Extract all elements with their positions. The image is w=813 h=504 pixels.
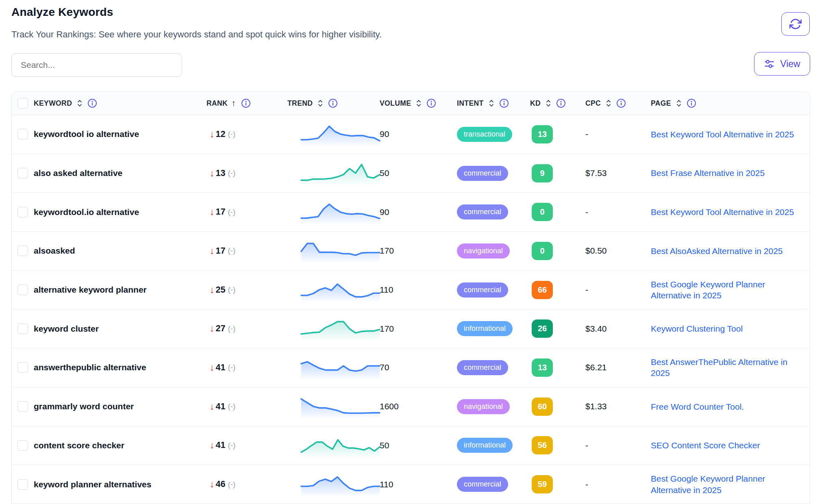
search-input[interactable] bbox=[11, 53, 182, 77]
table-row: also asked alternative ↓ 13 (-) 50 comme… bbox=[12, 154, 810, 193]
cpc-value: - bbox=[585, 129, 588, 139]
intent-badge: commercial bbox=[457, 477, 508, 492]
column-label[interactable]: KD bbox=[530, 99, 541, 108]
info-icon[interactable] bbox=[499, 98, 509, 108]
trend-sparkline bbox=[300, 239, 380, 263]
row-checkbox[interactable] bbox=[17, 401, 28, 412]
page-link[interactable]: SEO Content Score Checker bbox=[651, 440, 770, 451]
trend-sparkline bbox=[300, 278, 380, 302]
cpc-value: $6.21 bbox=[585, 363, 607, 372]
table-row: alternative keyword planner ↓ 25 (-) 110… bbox=[12, 271, 810, 310]
volume-value: 170 bbox=[380, 246, 394, 255]
sort-asc-icon[interactable]: ↑ bbox=[231, 98, 236, 108]
volume-value: 170 bbox=[380, 324, 394, 333]
keywords-table: KEYWORD RANK ↑ TREND VOLUME INTENT KD CP… bbox=[11, 91, 810, 504]
trend-sparkline bbox=[300, 395, 380, 418]
row-checkbox[interactable] bbox=[17, 324, 28, 334]
kd-badge: 66 bbox=[532, 281, 553, 299]
column-label[interactable]: VOLUME bbox=[380, 99, 411, 108]
column-header-rank: RANK ↑ bbox=[207, 98, 287, 108]
sort-icon[interactable] bbox=[546, 99, 551, 108]
trend-sparkline bbox=[300, 161, 380, 185]
column-header-intent: INTENT bbox=[457, 98, 530, 108]
page-link[interactable]: Best Google Keyword Planner Alternative … bbox=[651, 279, 810, 301]
column-header-kd: KD bbox=[530, 98, 585, 108]
table-row: grammarly word counter ↓ 41 (-) 1600 nav… bbox=[12, 387, 810, 426]
info-icon[interactable] bbox=[241, 98, 251, 108]
column-label[interactable]: RANK bbox=[207, 99, 228, 108]
table-row: content score checker ↓ 41 (-) 50 inform… bbox=[12, 426, 810, 465]
info-icon[interactable] bbox=[616, 98, 626, 108]
rank-change: (-) bbox=[228, 363, 235, 372]
rank-down-arrow-icon: ↓ bbox=[210, 440, 215, 451]
sort-icon[interactable] bbox=[676, 99, 681, 108]
column-label[interactable]: PAGE bbox=[651, 99, 671, 108]
rank-down-arrow-icon: ↓ bbox=[210, 129, 215, 140]
info-icon[interactable] bbox=[687, 98, 696, 108]
column-header-page: PAGE bbox=[651, 98, 810, 108]
row-checkbox[interactable] bbox=[17, 168, 28, 178]
table-row: answerthepublic alternative ↓ 41 (-) 70 … bbox=[12, 348, 810, 387]
rank-value: 46 bbox=[216, 479, 226, 489]
keyword-text: grammarly word counter bbox=[34, 402, 134, 411]
intent-badge: commercial bbox=[457, 204, 508, 219]
table-row: keyword cluster ↓ 27 (-) 170 information… bbox=[12, 309, 810, 348]
sort-icon[interactable] bbox=[77, 99, 82, 108]
rank-change: (-) bbox=[228, 246, 235, 255]
column-label[interactable]: KEYWORD bbox=[34, 99, 72, 108]
info-icon[interactable] bbox=[556, 98, 566, 108]
rank-change: (-) bbox=[228, 285, 235, 294]
row-checkbox[interactable] bbox=[17, 285, 28, 295]
sort-icon[interactable] bbox=[489, 99, 494, 108]
cpc-value: $0.50 bbox=[585, 246, 607, 255]
page-link[interactable]: Best Google Keyword Planner Alternative … bbox=[651, 473, 810, 495]
row-checkbox[interactable] bbox=[17, 440, 28, 451]
sort-icon[interactable] bbox=[606, 99, 611, 108]
rank-down-arrow-icon: ↓ bbox=[210, 245, 215, 256]
kd-badge: 13 bbox=[532, 125, 553, 143]
rank-value: 27 bbox=[216, 324, 226, 334]
trend-sparkline bbox=[300, 317, 380, 341]
rank-value: 12 bbox=[216, 129, 226, 139]
page-link[interactable]: Best Frase Alternative in 2025 bbox=[651, 167, 774, 178]
cpc-value: $3.40 bbox=[585, 324, 607, 333]
row-checkbox[interactable] bbox=[17, 129, 28, 139]
sort-icon[interactable] bbox=[318, 99, 323, 108]
info-icon[interactable] bbox=[426, 98, 436, 108]
page-link[interactable]: Keyword Clustering Tool bbox=[651, 323, 752, 334]
rank-change: (-) bbox=[228, 441, 235, 450]
rank-value: 13 bbox=[216, 168, 226, 178]
header-checkbox-cell bbox=[12, 98, 34, 109]
refresh-icon bbox=[789, 18, 802, 30]
row-checkbox[interactable] bbox=[17, 362, 28, 373]
rank-value: 17 bbox=[216, 207, 226, 217]
kd-badge: 56 bbox=[532, 436, 553, 454]
page-link[interactable]: Best AnswerThePublic Alternative in 2025 bbox=[651, 356, 810, 379]
volume-value: 110 bbox=[380, 285, 393, 294]
page-link[interactable]: Best Keyword Tool Alternative in 2025 bbox=[651, 129, 804, 140]
row-checkbox[interactable] bbox=[17, 245, 28, 256]
refresh-button[interactable] bbox=[781, 12, 810, 36]
column-label[interactable]: TREND bbox=[287, 99, 313, 108]
info-icon[interactable] bbox=[328, 98, 338, 108]
page-link[interactable]: Free Word Counter Tool. bbox=[651, 401, 754, 412]
sort-icon[interactable] bbox=[416, 99, 421, 108]
select-all-checkbox[interactable] bbox=[17, 98, 28, 109]
rank-down-arrow-icon: ↓ bbox=[210, 206, 215, 217]
page-link[interactable]: Best Keyword Tool Alternative in 2025 bbox=[651, 206, 804, 217]
info-icon[interactable] bbox=[87, 98, 97, 108]
page-link[interactable]: Best AlsoAsked Alternative in 2025 bbox=[651, 245, 793, 256]
view-button[interactable]: View bbox=[754, 52, 810, 76]
row-checkbox[interactable] bbox=[17, 207, 28, 217]
trend-sparkline bbox=[300, 356, 380, 379]
column-label[interactable]: INTENT bbox=[457, 99, 484, 108]
row-checkbox[interactable] bbox=[17, 479, 28, 490]
keyword-text: also asked alternative bbox=[34, 168, 122, 178]
column-label[interactable]: CPC bbox=[585, 99, 601, 108]
keyword-text: content score checker bbox=[34, 441, 124, 450]
rank-down-arrow-icon: ↓ bbox=[210, 285, 215, 295]
kd-badge: 0 bbox=[532, 203, 553, 221]
volume-value: 110 bbox=[380, 480, 393, 489]
sliders-icon bbox=[764, 59, 775, 70]
view-button-label: View bbox=[780, 59, 800, 70]
